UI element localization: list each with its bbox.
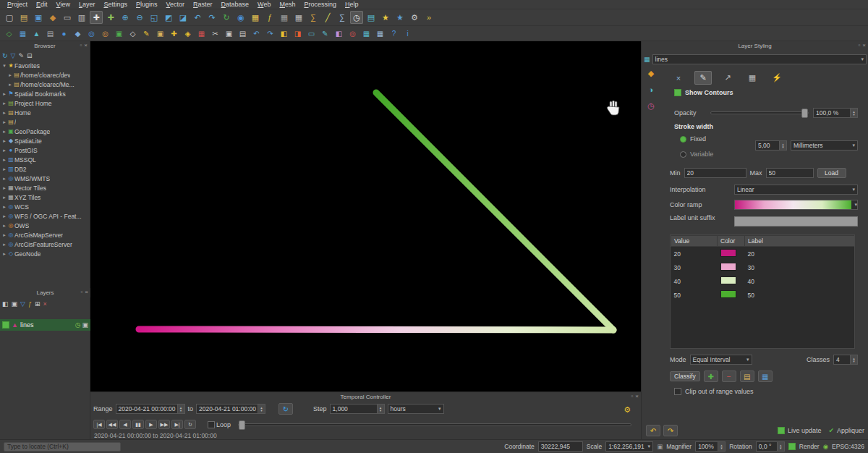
load-classes-button[interactable]: ▤ <box>740 371 754 382</box>
georeferencer-button[interactable]: ▦ <box>374 27 386 39</box>
range-start-input[interactable]: 2020-04-21 00:00:00▴▾ <box>116 404 185 414</box>
expander-icon[interactable]: ▸ <box>1 166 7 172</box>
zoom-full-button[interactable]: ◱ <box>148 11 161 24</box>
filter-expression-icon[interactable]: ƒ <box>28 300 32 308</box>
fixed-radio[interactable] <box>680 136 686 143</box>
browser-item-wms[interactable]: ▸ ◎ WMS/WMTS <box>0 174 90 183</box>
lock-scale-icon[interactable]: ▣ <box>657 443 663 450</box>
browser-collapse-all-icon[interactable]: ⊟ <box>27 52 33 59</box>
class-value[interactable]: 30 <box>671 261 718 274</box>
magnifier-spinbox[interactable]: 100%▴▾ <box>695 441 726 452</box>
show-contours-checkbox[interactable] <box>674 89 681 96</box>
opacity-slider-handle[interactable] <box>801 109 808 118</box>
new-bookmark-button[interactable]: ★ <box>379 11 392 24</box>
map-canvas[interactable] <box>90 41 641 391</box>
temporal-settings-icon[interactable]: ⚙ <box>624 405 631 415</box>
stroke-width-unit-select[interactable]: Millimeters <box>791 140 858 151</box>
float-panel-icon[interactable]: ▫ <box>858 42 860 48</box>
averaging-tab[interactable]: ▦ <box>744 71 761 85</box>
browser-refresh-icon[interactable]: ↻ <box>2 52 8 59</box>
expander-icon[interactable]: ▸ <box>1 101 7 106</box>
menu-item[interactable]: Help <box>341 1 363 8</box>
rotation-spinbox[interactable]: 0,0 °▴▾ <box>756 441 785 452</box>
class-value[interactable]: 50 <box>671 288 718 302</box>
history-strip-icon[interactable]: ◷ <box>647 101 655 111</box>
save-project-button[interactable]: ▣ <box>32 11 45 24</box>
step-input[interactable]: 1,000▴▾ <box>330 404 385 414</box>
expander-icon[interactable]: ▸ <box>1 223 7 229</box>
add-mesh-layer-button[interactable]: ▲ <box>30 27 43 39</box>
menu-item[interactable]: View <box>52 1 75 8</box>
zoom-to-layer-button[interactable]: ◪ <box>176 11 190 24</box>
crs-globe-icon[interactable]: ◉ <box>823 443 828 450</box>
close-panel-icon[interactable]: × <box>862 42 866 48</box>
add-class-button[interactable]: ✚ <box>704 371 718 382</box>
expander-icon[interactable]: ▸ <box>1 204 7 210</box>
browser-item-favorites[interactable]: ▾ ★ Favorites <box>0 61 90 70</box>
python-console-button[interactable]: » <box>422 11 435 24</box>
mesh-dataset-tab[interactable]: × <box>670 71 687 85</box>
locate-input[interactable] <box>4 442 121 452</box>
step-unit-select[interactable]: hours <box>388 404 444 414</box>
expander-icon[interactable]: ▸ <box>1 195 7 200</box>
save-layer-edits-button[interactable]: ▣ <box>154 27 166 39</box>
browser-item-me-path[interactable]: ▸ ▤ /home/cloarec/Me... <box>0 80 90 89</box>
pan-to-selection-button[interactable]: ✚ <box>104 11 117 24</box>
cut-features-button[interactable]: ✂ <box>209 27 221 39</box>
zoom-last-button[interactable]: ↶ <box>191 11 204 24</box>
browser-item-arcgis-feature-server[interactable]: ▸ ◎ ArcGisFeatureServer <box>0 240 90 249</box>
browser-item-geonode[interactable]: ▸ ◇ GeoNode <box>0 249 90 258</box>
vertex-tool-button[interactable]: ◈ <box>182 27 194 39</box>
browser-item-project-home[interactable]: ▸ ▤ Project Home <box>0 98 90 108</box>
expander-icon[interactable]: ▸ <box>1 129 7 135</box>
show-bookmarks-button[interactable]: ★ <box>393 11 407 24</box>
expander-icon[interactable]: ▸ <box>1 185 7 191</box>
browser-properties-icon[interactable]: ✎ <box>18 52 24 59</box>
classify-button[interactable]: Classify <box>670 371 700 381</box>
browser-item-arcgis-map-server[interactable]: ▸ ◎ ArcGisMapServer <box>0 230 90 240</box>
browser-item-wcs[interactable]: ▸ ◎ WCS <box>0 202 90 211</box>
toggle-editing-button[interactable]: ✎ <box>140 27 153 39</box>
coordinate-input[interactable]: 30222,945 <box>538 441 583 452</box>
memory-indicator-icon[interactable]: ▣ <box>82 321 88 329</box>
skip-start-button[interactable]: |◀ <box>93 420 105 429</box>
select-by-expression-button[interactable]: ƒ <box>263 11 276 24</box>
float-panel-icon[interactable]: ▫ <box>631 393 633 399</box>
add-vector-layer-button[interactable]: ◇ <box>3 27 15 39</box>
layer-labeling-button[interactable]: ◧ <box>278 27 290 39</box>
add-raster-layer-button[interactable]: ▦ <box>17 27 29 39</box>
add-wfs-layer-button[interactable]: ◎ <box>99 27 111 39</box>
menu-item[interactable]: Processing <box>299 1 341 8</box>
interpolation-select[interactable]: Linear <box>734 185 858 195</box>
layer-visibility-checkbox[interactable] <box>2 321 9 329</box>
menu-item[interactable]: Project <box>3 1 32 8</box>
loop-checkbox[interactable] <box>208 421 215 428</box>
paste-features-button[interactable]: ▤ <box>237 27 249 39</box>
float-panel-icon[interactable]: ▫ <box>80 42 82 48</box>
live-update-checkbox[interactable] <box>778 427 785 434</box>
class-row[interactable]: 50 50 <box>671 288 856 302</box>
class-color-swatch[interactable] <box>720 263 736 271</box>
expander-icon[interactable]: ▸ <box>1 119 7 125</box>
time-slider-handle[interactable] <box>239 420 245 430</box>
save-classes-button[interactable]: ▦ <box>758 371 773 382</box>
elevation-strip-icon[interactable]: ◑ <box>649 85 654 94</box>
class-label[interactable]: 20 <box>745 247 856 261</box>
browser-item-spatialite[interactable]: ▸ ◆ SpatiaLite <box>0 136 90 145</box>
help-button[interactable]: ? <box>388 27 400 39</box>
loop-range-button[interactable]: ↻ <box>184 420 196 429</box>
play-forward-button[interactable]: ▶ <box>145 420 157 429</box>
class-color-swatch[interactable] <box>720 290 736 298</box>
color-column-header[interactable]: Color <box>718 236 745 247</box>
class-row[interactable]: 40 40 <box>671 274 856 288</box>
menu-item[interactable]: Database <box>217 1 254 8</box>
mode-select[interactable]: Equal Interval <box>690 355 752 365</box>
browser-item-dev-path[interactable]: ▸ ▤ /home/cloarec/dev <box>0 70 90 80</box>
open-attribute-table-button[interactable]: ▦ <box>292 11 305 24</box>
undo-button[interactable]: ↶ <box>250 27 263 39</box>
deselect-features-button[interactable]: ▦ <box>278 11 291 24</box>
expander-icon[interactable]: ▸ <box>1 213 7 219</box>
max-input[interactable] <box>766 168 814 178</box>
select-features-button[interactable]: ▦ <box>249 11 262 24</box>
class-color-swatch[interactable] <box>720 249 736 257</box>
